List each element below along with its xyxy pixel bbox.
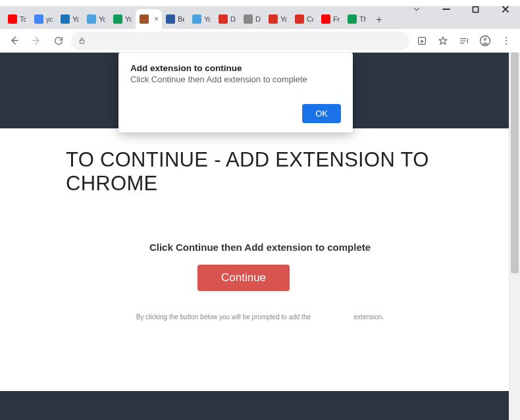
tab-favicon [321, 14, 330, 24]
tab-label: Yo [125, 15, 132, 23]
tab-favicon [34, 14, 43, 24]
tab-favicon [295, 14, 304, 24]
window-controls [402, 0, 520, 18]
browser-tab[interactable]: Yo [83, 9, 109, 29]
tab-label: Yo [204, 15, 211, 23]
share-icon [417, 36, 427, 46]
tab-favicon [269, 14, 278, 24]
page-main: TO CONTINUE - ADD EXTENSION TO CHROME Cl… [0, 128, 520, 365]
browser-tab[interactable]: Be [162, 9, 188, 29]
reading-list-button[interactable] [454, 31, 474, 51]
tab-favicon [61, 14, 70, 24]
tab-favicon [113, 14, 122, 24]
browser-tab[interactable]: D [240, 9, 265, 29]
menu-button[interactable] [496, 31, 516, 51]
browser-tab[interactable]: Yo [265, 9, 291, 29]
browser-tab[interactable]: Yo [57, 9, 83, 29]
javascript-dialog: Add extension to continue Click Continue… [118, 53, 353, 132]
browser-tab[interactable]: Fr [317, 9, 344, 29]
browser-tab[interactable]: × [136, 9, 162, 29]
tab-favicon [219, 14, 228, 24]
tab-label: Be [178, 15, 184, 23]
svg-point-9 [506, 39, 507, 41]
minimize-icon [442, 5, 450, 13]
address-bar[interactable] [71, 32, 409, 50]
share-button[interactable] [412, 31, 432, 51]
new-tab-button[interactable]: + [370, 11, 388, 29]
browser-tab[interactable]: Th [344, 9, 370, 29]
window-maximize-button[interactable] [461, 0, 490, 18]
dialog-title: Add extension to continue [130, 63, 341, 73]
close-icon [502, 5, 509, 13]
reload-icon [53, 36, 64, 46]
bookmark-button[interactable] [433, 31, 453, 51]
arrow-right-icon [31, 35, 42, 46]
profile-icon [479, 35, 491, 47]
lock-icon [78, 36, 86, 45]
tab-label: Fr [333, 15, 340, 23]
fineprint-a: By clicking the button below you will be… [136, 313, 311, 321]
tab-favicon [140, 14, 149, 24]
tab-favicon [348, 14, 357, 24]
nav-back-button[interactable] [4, 31, 24, 51]
page-fineprint: By clicking the button below you will be… [33, 313, 487, 321]
tab-label: Yo [99, 15, 105, 23]
tab-label: D [255, 15, 261, 23]
tab-label: Yo [72, 15, 79, 23]
page-footer-band [0, 391, 509, 420]
browser-tab[interactable]: To [4, 9, 30, 29]
nav-forward-button[interactable] [26, 31, 46, 51]
tab-favicon [8, 14, 17, 24]
page-viewport: TO CONTINUE - ADD EXTENSION TO CHROME Cl… [0, 53, 520, 420]
svg-rect-3 [473, 7, 478, 12]
dialog-body: Click Continue then Add extension to com… [130, 74, 341, 84]
tab-label: Th [359, 15, 366, 23]
dialog-ok-button[interactable]: OK [302, 104, 341, 123]
star-icon [438, 36, 448, 46]
reading-list-icon [459, 36, 469, 46]
arrow-left-icon [9, 35, 20, 46]
profile-button[interactable] [475, 31, 495, 51]
tab-favicon [166, 14, 175, 24]
browser-tab[interactable]: D [215, 9, 240, 29]
window-minimize-button[interactable] [431, 0, 461, 18]
window-tab-dropdown[interactable] [402, 0, 431, 18]
svg-point-7 [484, 38, 487, 41]
toolbar [0, 29, 520, 53]
vertical-scrollbar[interactable] [509, 53, 520, 420]
fineprint-b: extension. [354, 313, 384, 321]
window-close-button[interactable] [490, 0, 520, 18]
svg-point-8 [506, 37, 507, 38]
svg-point-10 [506, 43, 507, 44]
page-headline: TO CONTINUE - ADD EXTENSION TO CHROME [66, 148, 487, 196]
tab-favicon [192, 14, 201, 24]
svg-rect-4 [80, 40, 84, 43]
tab-label: D [230, 15, 236, 23]
nav-reload-button[interactable] [49, 31, 68, 51]
browser-tab[interactable]: yo [30, 9, 57, 29]
tab-label: Yo [280, 15, 287, 23]
tab-label: To [20, 15, 26, 23]
tab-favicon [87, 14, 96, 24]
continue-button[interactable]: Continue [197, 265, 290, 291]
chevron-down-icon [412, 5, 421, 14]
tab-close-icon[interactable]: × [154, 14, 159, 24]
tab-label: yo [46, 15, 53, 23]
tab-favicon [244, 14, 253, 24]
kebab-icon [501, 36, 511, 46]
browser-tab[interactable]: Yo [109, 9, 136, 29]
page-subline: Click Continue then Add extension to com… [33, 242, 487, 253]
scroll-thumb[interactable] [511, 53, 519, 273]
maximize-icon [472, 6, 479, 13]
browser-tab[interactable]: Co [291, 9, 317, 29]
browser-tab[interactable]: Yo [188, 9, 215, 29]
tab-label: Co [307, 15, 313, 23]
